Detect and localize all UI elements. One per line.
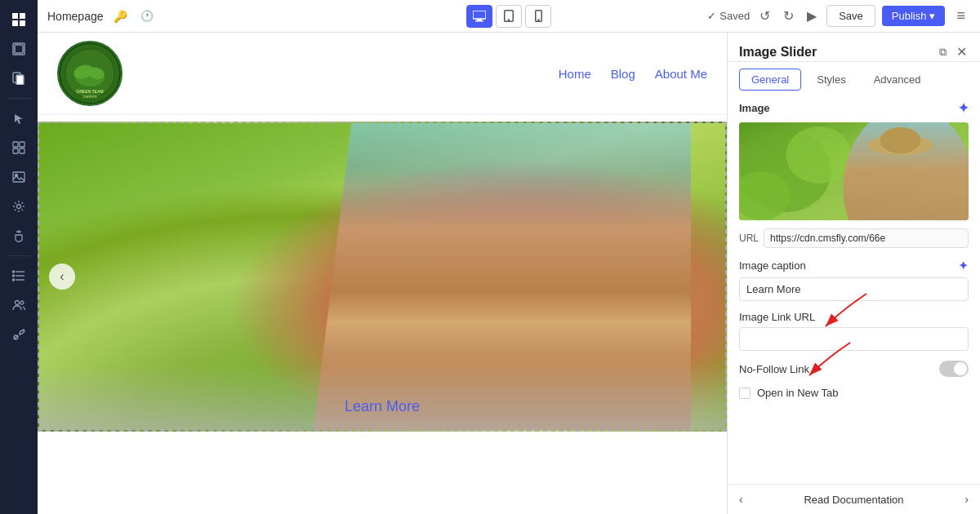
tab-general[interactable]: General — [739, 69, 801, 91]
caption-label: Image caption — [739, 259, 806, 272]
toolbar-users-icon[interactable] — [6, 292, 32, 318]
toolbar-settings-icon[interactable] — [6, 193, 32, 219]
key-icon: 🔑 — [110, 7, 131, 26]
canvas-navbar: GREEN TEAM GARDEN Home Blog About Me — [38, 33, 727, 115]
panel-image-thumbnail[interactable] — [739, 122, 969, 220]
toolbar-divider-1 — [7, 98, 31, 99]
svg-marker-15 — [15, 114, 23, 124]
toolbar-media-icon[interactable] — [6, 164, 32, 190]
toolbar-divider-2 — [7, 255, 31, 256]
prev-arrow-icon: ‹ — [60, 269, 64, 284]
panel-header: Image Slider ⧉ ✕ — [728, 33, 980, 62]
svg-rect-18 — [13, 148, 18, 153]
menu-icon[interactable]: ≡ — [951, 6, 970, 26]
hero-caption-text: Learn More — [345, 398, 420, 415]
panel-content: Image ✦ — [728, 91, 980, 484]
publish-button[interactable]: Publish ▾ — [882, 6, 946, 26]
svg-rect-12 — [15, 45, 23, 53]
page-title: Homepage — [47, 10, 104, 23]
toolbar-plugin-icon[interactable] — [6, 223, 32, 249]
toolbar-pages-icon[interactable] — [6, 65, 32, 91]
publish-label: Publish — [892, 10, 927, 22]
top-bar-right: ✓ Saved ↺ ↻ ▶ Save Publish ▾ ≡ — [707, 5, 970, 27]
svg-rect-7 — [12, 13, 18, 19]
canvas-logo: GREEN TEAM GARDEN — [57, 41, 122, 106]
tab-advanced[interactable]: Advanced — [862, 69, 933, 91]
new-tab-label: Open in New Tab — [757, 387, 839, 399]
svg-rect-0 — [473, 11, 486, 19]
new-tab-checkbox[interactable] — [739, 388, 751, 399]
right-panel: Image Slider ⧉ ✕ General Styles Advanced… — [727, 33, 980, 514]
svg-text:GARDEN: GARDEN — [82, 95, 96, 99]
toolbar-list-icon[interactable] — [6, 263, 32, 289]
svg-rect-8 — [20, 13, 25, 19]
svg-point-26 — [13, 271, 15, 273]
new-tab-row: Open in New Tab — [739, 387, 969, 399]
nav-link-about[interactable]: About Me — [655, 67, 707, 81]
undo-button[interactable]: ↺ — [756, 5, 773, 27]
preview-button[interactable]: ▶ — [804, 5, 820, 27]
svg-rect-16 — [13, 142, 18, 147]
svg-point-29 — [16, 301, 20, 305]
slider-prev-button[interactable]: ‹ — [49, 264, 75, 290]
caption-label-row: Image caption ✦ — [739, 258, 969, 273]
desktop-view-button[interactable] — [466, 5, 492, 28]
toolbar-cursor-icon[interactable] — [6, 105, 32, 131]
hero-caption-overlay: Learn More — [39, 365, 725, 430]
redo-button[interactable]: ↻ — [780, 5, 797, 27]
read-documentation-link[interactable]: Read Documentation — [804, 494, 903, 506]
no-follow-row: No-Follow Link — [739, 361, 969, 377]
svg-point-22 — [17, 205, 21, 209]
svg-rect-10 — [20, 20, 25, 26]
panel-tabs: General Styles Advanced — [728, 62, 980, 91]
saved-status: ✓ Saved — [707, 10, 750, 22]
canvas: GREEN TEAM GARDEN Home Blog About Me ‹ L — [38, 33, 727, 514]
device-switcher — [466, 5, 551, 28]
toolbar-grid-icon[interactable] — [6, 7, 32, 33]
link-url-label: Image Link URL — [739, 311, 815, 323]
svg-rect-9 — [12, 20, 18, 26]
image-section-header: Image ✦ — [739, 100, 969, 116]
nav-link-blog[interactable]: Blog — [611, 67, 635, 81]
svg-point-28 — [13, 279, 15, 281]
footer-back-chevron[interactable]: ‹ — [739, 493, 743, 506]
panel-expand-icon[interactable]: ⧉ — [938, 44, 948, 60]
svg-point-4 — [508, 20, 509, 20]
svg-rect-1 — [477, 19, 482, 20]
toolbar-layers-icon[interactable] — [6, 36, 32, 62]
svg-point-6 — [537, 20, 538, 20]
svg-rect-2 — [475, 20, 483, 22]
footer-forward-chevron[interactable]: › — [964, 493, 969, 506]
link-url-label-row: Image Link URL — [739, 311, 969, 323]
no-follow-label: No-Follow Link — [739, 363, 809, 375]
canvas-nav-links: Home Blog About Me — [559, 67, 707, 81]
left-toolbar — [0, 0, 38, 514]
panel-title: Image Slider — [739, 45, 938, 60]
panel-footer: ‹ Read Documentation › — [728, 484, 980, 514]
caption-input[interactable] — [739, 277, 969, 301]
panel-close-icon[interactable]: ✕ — [955, 42, 969, 61]
check-icon: ✓ — [707, 10, 716, 22]
main-canvas-area: GREEN TEAM GARDEN Home Blog About Me ‹ L — [38, 33, 727, 514]
nav-link-home[interactable]: Home — [559, 67, 591, 81]
toolbar-components-icon[interactable] — [6, 135, 32, 161]
history-icon: 🕐 — [137, 7, 157, 25]
svg-text:GREEN TEAM: GREEN TEAM — [76, 89, 103, 94]
caption-add-icon[interactable]: ✦ — [958, 258, 969, 273]
panel-url-row: URL — [739, 228, 969, 248]
mobile-view-button[interactable] — [525, 5, 551, 28]
tab-styles[interactable]: Styles — [804, 69, 858, 91]
svg-point-30 — [20, 301, 24, 304]
toolbar-tools-icon[interactable] — [6, 321, 32, 348]
saved-label: Saved — [719, 10, 750, 22]
tablet-view-button[interactable] — [496, 5, 522, 28]
svg-rect-17 — [20, 142, 24, 147]
hero-slider[interactable]: ‹ Learn More — [38, 122, 727, 432]
link-url-input[interactable] — [739, 327, 969, 351]
image-section-add-icon[interactable]: ✦ — [958, 100, 969, 116]
url-input[interactable] — [764, 228, 969, 248]
no-follow-toggle[interactable] — [939, 361, 969, 377]
save-button[interactable]: Save — [826, 5, 875, 27]
top-bar: Homepage 🔑 🕐 ✓ Saved ↺ ↻ ▶ Save Publish … — [38, 0, 980, 33]
svg-rect-14 — [16, 75, 24, 85]
